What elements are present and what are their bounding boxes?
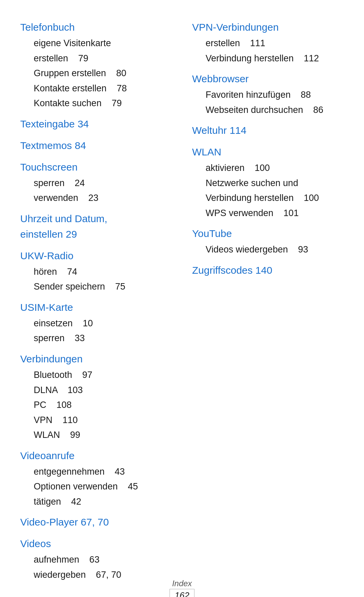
index-item: eigene Visitenkarte (34, 36, 172, 51)
footer-box: 162 (170, 589, 194, 597)
index-item: Netzwerke suchen und (206, 176, 344, 191)
section-heading: Webbrowser (192, 72, 344, 86)
index-item: VPN 110 (34, 413, 172, 428)
index-section: Texteingabe 34 (20, 117, 172, 132)
index-item: Optionen verwenden 45 (34, 479, 172, 494)
index-item: WLAN 99 (34, 427, 172, 443)
section-heading-continued: einstellen 29 (20, 227, 172, 241)
section-heading: VPN-Verbindungen (192, 20, 344, 34)
index-section: Textmemos 84 (20, 139, 172, 154)
index-item: Verbindung herstellen 112 (206, 51, 344, 66)
index-item: sperren 24 (34, 176, 172, 191)
index-item: Verbindung herstellen 100 (206, 190, 344, 206)
index-item: entgegennehmen 43 (34, 464, 172, 479)
index-item: Sender speichern 75 (34, 279, 172, 294)
index-item: Videos wiedergeben 93 (206, 242, 344, 257)
section-heading: Touchscreen (20, 160, 172, 174)
index-section: Weltuhr 114 (192, 123, 344, 139)
section-items: erstellen 111Verbindung herstellen 112 (206, 36, 344, 66)
index-item: verwenden 23 (34, 190, 172, 206)
footer-page: 162 (175, 590, 189, 597)
index-section: Videosaufnehmen 63wiedergeben 67, 70 (20, 537, 172, 582)
page-footer: Index 162 (0, 579, 364, 597)
section-items: entgegennehmen 43Optionen verwenden 45tä… (34, 464, 172, 509)
index-section: Telefonbucheigene Visitenkarte erstellen… (20, 20, 172, 111)
section-heading: Telefonbuch (20, 20, 172, 34)
index-section: Videoanrufeentgegennehmen 43Optionen ver… (20, 449, 172, 509)
section-heading: Textmemos 84 (20, 139, 172, 153)
index-item: DLNA 103 (34, 383, 172, 398)
section-heading: Weltuhr 114 (192, 123, 344, 138)
index-section: WLANaktivieren 100Netzwerke suchen undVe… (192, 145, 344, 220)
index-item: aufnehmen 63 (34, 552, 172, 567)
index-section: UKW-Radiohören 74Sender speichern 75 (20, 249, 172, 294)
section-heading: UKW-Radio (20, 249, 172, 263)
left-column: Telefonbucheigene Visitenkarte erstellen… (20, 20, 182, 588)
index-section: Zugriffscodes 140 (192, 263, 344, 279)
index-section: YouTubeVideos wiedergeben 93 (192, 227, 344, 257)
index-section: VerbindungenBluetooth 97DLNA 103PC 108VP… (20, 352, 172, 443)
index-item: PC 108 (34, 397, 172, 413)
page-content: Telefonbucheigene Visitenkarte erstellen… (0, 0, 364, 597)
section-heading: YouTube (192, 227, 344, 241)
section-heading: WLAN (192, 145, 344, 159)
right-column: VPN-Verbindungenerstellen 111Verbindung … (182, 20, 344, 588)
index-section: Touchscreensperren 24verwenden 23 (20, 160, 172, 206)
section-items: Bluetooth 97DLNA 103PC 108VPN 110WLAN 99 (34, 367, 172, 443)
section-items: Favoriten hinzufügen 88Webseiten durchsu… (206, 87, 344, 117)
index-item: Kontakte suchen 79 (34, 96, 172, 111)
section-items: eigene Visitenkarte erstellen 79Gruppen … (34, 36, 172, 111)
index-item: Bluetooth 97 (34, 367, 172, 383)
index-item: erstellen 79 (34, 51, 172, 66)
section-items: Videos wiedergeben 93 (206, 242, 344, 257)
section-items: hören 74Sender speichern 75 (34, 264, 172, 294)
section-heading: Verbindungen (20, 352, 172, 366)
section-heading: USIM-Karte (20, 300, 172, 315)
index-section: Uhrzeit und Datum,einstellen 29 (20, 212, 172, 243)
index-item: Gruppen erstellen 80 (34, 66, 172, 81)
index-item: WPS verwenden 101 (206, 206, 344, 221)
index-item: sperren 33 (34, 331, 172, 346)
index-item: Favoriten hinzufügen 88 (206, 87, 344, 102)
footer-label: Index (0, 579, 364, 588)
index-item: erstellen 111 (206, 36, 344, 51)
section-heading: Video-Player 67, 70 (20, 515, 172, 529)
section-items: aufnehmen 63wiedergeben 67, 70 (34, 552, 172, 582)
index-item: tätigen 42 (34, 494, 172, 509)
section-items: sperren 24verwenden 23 (34, 176, 172, 206)
index-section: VPN-Verbindungenerstellen 111Verbindung … (192, 20, 344, 66)
index-item: Webseiten durchsuchen 86 (206, 102, 344, 118)
index-section: USIM-Karteeinsetzen 10sperren 33 (20, 300, 172, 346)
index-section: WebbrowserFavoriten hinzufügen 88Webseit… (192, 72, 344, 117)
section-items: aktivieren 100Netzwerke suchen undVerbin… (206, 160, 344, 220)
section-heading: Texteingabe 34 (20, 117, 172, 131)
section-heading: Uhrzeit und Datum, (20, 212, 172, 226)
index-item: hören 74 (34, 264, 172, 279)
index-section: Video-Player 67, 70 (20, 515, 172, 531)
section-heading: Videos (20, 537, 172, 551)
index-item: einsetzen 10 (34, 316, 172, 331)
index-item: aktivieren 100 (206, 160, 344, 176)
section-items: einsetzen 10sperren 33 (34, 316, 172, 346)
section-heading: Videoanrufe (20, 449, 172, 463)
index-item: Kontakte erstellen 78 (34, 81, 172, 96)
section-heading: Zugriffscodes 140 (192, 263, 344, 277)
